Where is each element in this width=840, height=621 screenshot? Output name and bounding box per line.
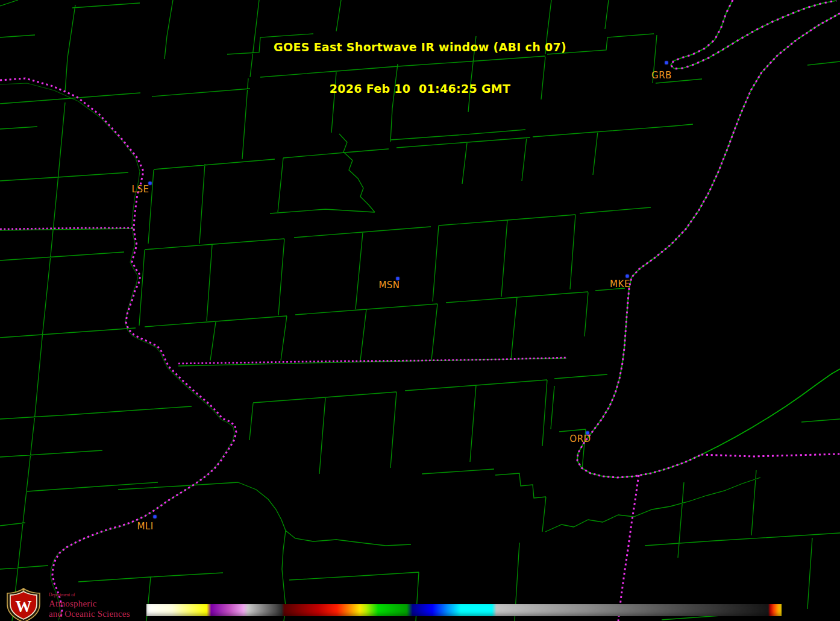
aos-logo: W Department of Atmospheric and Oceanic … [4,588,130,621]
station-label-lse: LSE [132,184,149,195]
station-dot-mli [154,515,157,519]
logo-name-line2: and Oceanic Sciences [49,610,130,619]
svg-text:W: W [16,597,32,616]
station-label-grb: GRB [651,70,672,81]
logo-name-line1: Atmospheric [49,599,130,608]
station-dot-grb [665,61,668,65]
colorbar [146,604,782,616]
station-dot-mke [626,275,629,278]
station-label-msn: MSN [378,280,400,291]
station-label-ord: ORD [569,433,591,444]
uw-crest-icon: W [4,588,43,621]
station-layer: GRBLSEMSNMKEORDMLI [0,0,840,621]
logo-dept-line: Department of [49,593,130,597]
station-label-mli: MLI [137,521,153,532]
satellite-image-viewport: GOES East Shortwave IR window (ABI ch 07… [0,0,840,621]
station-label-mke: MKE [610,279,630,289]
